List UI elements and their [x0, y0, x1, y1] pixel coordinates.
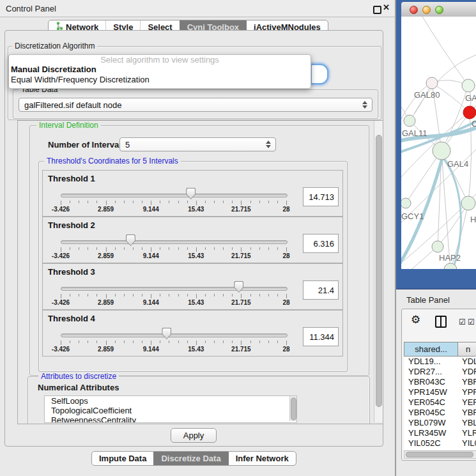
dropdown-item-equal-width-frequency-discretization[interactable]: Equal Width/Frequency Discretization [9, 75, 311, 85]
tick-mark [205, 294, 206, 296]
tick-mark [259, 294, 260, 296]
table-row[interactable]: YPR145WYPR1 [404, 387, 476, 397]
minimize-traffic-light-icon[interactable] [422, 6, 431, 14]
tick-mark [205, 247, 206, 250]
slider-track[interactable] [61, 334, 288, 337]
mode-tab-label: Infer Network [236, 454, 289, 463]
tick-mark [88, 247, 88, 250]
num-intervals-combo[interactable]: 5 [119, 137, 276, 151]
select-all-check-icon[interactable]: ☑ [468, 318, 475, 326]
network-node-hap2[interactable] [432, 241, 443, 252]
table-row[interactable]: YBL079WYBL0 [404, 418, 476, 428]
network-node-gcy1[interactable] [401, 198, 411, 208]
attribute-item-selfloops[interactable]: SelfLoops [45, 396, 296, 406]
column-header-shared-name[interactable]: shared... [404, 342, 458, 357]
scale-label: -3.426 [42, 206, 80, 213]
tick-mark [214, 294, 215, 296]
tick-mark [106, 294, 107, 298]
zoom-traffic-light-icon[interactable] [435, 6, 443, 14]
scale-label: 9.144 [132, 252, 170, 259]
tick-mark [160, 247, 160, 250]
tick-mark [124, 201, 125, 203]
tick-mark [106, 201, 107, 205]
column-header-name[interactable]: n [458, 342, 476, 357]
tick-mark [151, 247, 151, 252]
tick-mark [259, 201, 260, 203]
network-node-ga[interactable] [462, 79, 475, 92]
table-data-combo[interactable]: galFiltered.sif default node [19, 98, 372, 112]
threshold-value-field[interactable]: 14.713 [303, 187, 339, 206]
tick-mark [106, 247, 107, 252]
table-row[interactable]: YDL19...YDL1 [404, 357, 476, 367]
node-label: C [472, 119, 476, 128]
attribute-item-betweennesscentrality[interactable]: BetweennessCentrality [45, 415, 296, 423]
table-row[interactable]: YBR043CYBR0 [404, 377, 476, 387]
tick-mark [268, 247, 269, 250]
network-canvas[interactable]: GAL80GACGAL11GAL4GCY1HHAP2 [401, 17, 476, 269]
threshold-value-field[interactable]: 21.4 [303, 280, 339, 300]
select-all-check-icon[interactable]: ☑ [459, 318, 466, 326]
table-row[interactable]: YDR27...YDR2 [404, 367, 476, 377]
numerical-attributes-list[interactable]: SelfLoopsTopologicalCoefficientBetweenne… [44, 395, 297, 423]
cell-name: YDR2 [462, 367, 476, 377]
threshold-label: Threshold 2 [48, 220, 95, 230]
mode-tab-impute-data[interactable]: Impute Data [92, 452, 153, 465]
attribute-item-topologicalcoefficient[interactable]: TopologicalCoefficient [45, 406, 296, 415]
scale-label: 21.715 [222, 206, 260, 213]
cell-name: YBR0 [462, 377, 476, 387]
network-node-gal4[interactable] [433, 142, 450, 160]
tick-mark [178, 341, 179, 343]
scale-label: 21.715 [222, 299, 260, 306]
dropdown-item-select-algorithm-to-view-settings[interactable]: Select algorithm to view settings [9, 55, 311, 65]
gear-icon[interactable]: ⚙ [411, 313, 420, 326]
tick-mark [223, 341, 224, 343]
network-node-gal80[interactable] [426, 77, 438, 89]
attributes-group: Attributes to discretize Numerical Attri… [27, 376, 370, 424]
mode-tab-infer-network[interactable]: Infer Network [228, 452, 296, 465]
tick-mark [232, 247, 233, 250]
tick-mark [259, 247, 260, 250]
table-horizontal-scrollbar[interactable] [404, 450, 476, 459]
table-row[interactable]: YBR045CYBR0 [404, 408, 476, 418]
table-row[interactable]: YIL052CYIL0 [404, 438, 476, 449]
network-node-c[interactable] [463, 106, 476, 119]
group-title: Attributes to discretize [38, 372, 119, 381]
slider-thumb[interactable] [234, 281, 243, 293]
tick-mark [205, 341, 206, 343]
close-icon[interactable]: ✕ [383, 3, 390, 12]
close-traffic-light-icon[interactable] [410, 6, 418, 14]
table-row[interactable]: YLR345WYLR3 [404, 428, 476, 438]
tick-mark [214, 247, 215, 250]
tick-mark [268, 201, 269, 203]
tick-mark [88, 294, 88, 296]
attributes-scrollbar[interactable] [289, 396, 296, 421]
threshold-panel-4: Threshold 4-3.4262.8599.14415.4321.71528… [42, 310, 343, 357]
group-title: Threshold's Coordinates for 5 Intervals [44, 157, 181, 165]
settings-scrollbar[interactable] [374, 121, 383, 422]
slider-track[interactable] [61, 240, 288, 244]
scale-label: 15.43 [177, 346, 215, 353]
mode-tab-discretize-data[interactable]: Discretize Data [153, 452, 227, 465]
tick-mark [187, 294, 188, 296]
threshold-value-field[interactable]: 6.316 [303, 234, 339, 253]
slider-thumb[interactable] [162, 328, 171, 339]
slider-thumb[interactable] [126, 234, 135, 246]
cell-shared-name: YBL079W [404, 418, 462, 428]
slider-thumb[interactable] [186, 188, 196, 199]
float-window-icon[interactable] [373, 6, 381, 14]
network-node-gal11[interactable] [404, 115, 415, 127]
node-label: HAP2 [439, 253, 461, 263]
tick-mark [169, 294, 169, 296]
threshold-value-field[interactable]: 11.344 [303, 327, 339, 346]
slider-track[interactable] [61, 287, 288, 291]
apply-button[interactable]: Apply [171, 428, 217, 443]
network-node-h[interactable] [461, 196, 475, 210]
table-row[interactable]: YER054CYER0 [404, 397, 476, 408]
dropdown-item-manual-discretization[interactable]: Manual Discretization [9, 65, 311, 75]
columns-icon[interactable] [435, 316, 447, 328]
slider-track[interactable] [61, 194, 288, 197]
mode-tab-label: Discretize Data [161, 454, 220, 463]
group-title: Discretization Algorithm [12, 42, 97, 50]
algorithm-combo[interactable] [311, 64, 328, 84]
node-label: GAL80 [414, 90, 440, 100]
